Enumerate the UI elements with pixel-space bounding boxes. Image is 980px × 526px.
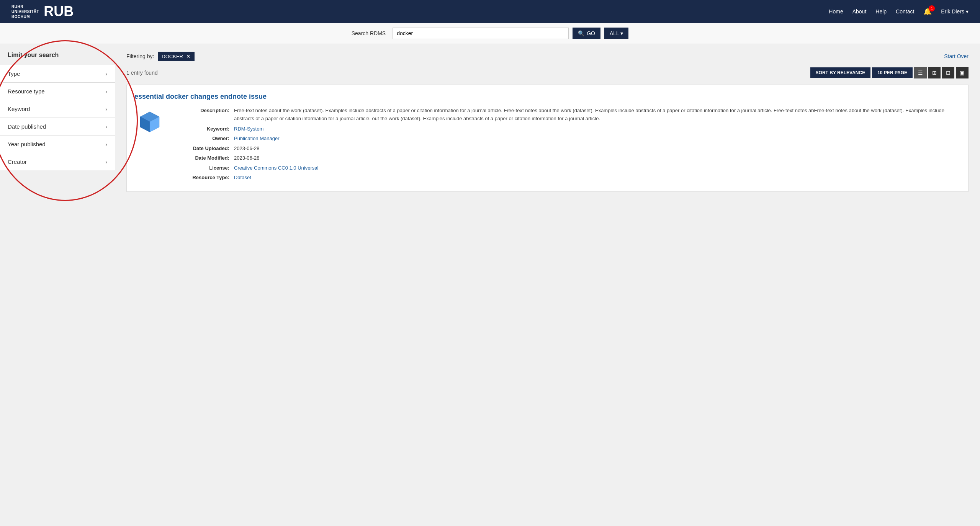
compact-view-icon: ▣	[960, 70, 965, 76]
search-bar-area: Search RDMS 🔍 GO ALL ▾	[0, 23, 980, 44]
filter-by-label: Filtering by:	[126, 53, 154, 59]
entry-count: 1 entry found	[126, 70, 158, 76]
notifications-bell[interactable]: 🔔 1	[923, 7, 932, 16]
license-value: Creative Commons CC0 1.0 Universal	[234, 164, 960, 172]
sidebar-item-keyword-label: Keyword	[8, 106, 30, 112]
sidebar-item-year-published[interactable]: Year published ›	[0, 135, 115, 153]
top-nav: Home About Help Contact 🔔 1 Erik Diers ▾	[829, 7, 969, 16]
filter-tag: DOCKER ✕	[158, 52, 195, 61]
meta-row-owner: Owner: Publication Manager	[173, 135, 960, 142]
date-modified-label: Date Modified:	[173, 154, 234, 162]
start-over-link[interactable]: Start Over	[944, 53, 969, 59]
meta-row-resource-type: Resource Type: Dataset	[173, 174, 960, 181]
list-view-icon: ☰	[918, 70, 923, 76]
search-label: Search RDMS	[352, 30, 386, 36]
search-icon: 🔍	[578, 30, 584, 36]
result-title-link[interactable]: essential docker changes endnote issue	[134, 93, 960, 101]
license-link[interactable]: Creative Commons CC0 1.0 Universal	[234, 165, 318, 171]
sidebar-item-year-published-label: Year published	[8, 141, 46, 147]
date-modified-value: 2023-06-28	[234, 154, 960, 162]
results-toolbar: 1 entry found SORT BY RELEVANCE 10 PER P…	[126, 67, 969, 78]
sidebar-item-keyword[interactable]: Keyword ›	[0, 100, 115, 118]
all-dropdown-button[interactable]: ALL ▾	[604, 28, 628, 39]
keyword-link[interactable]: RDM-System	[234, 126, 263, 132]
grid-view-button[interactable]: ⊞	[928, 67, 941, 78]
per-page-button[interactable]: 10 PER PAGE	[872, 67, 913, 78]
date-uploaded-label: Date Uploaded:	[173, 145, 234, 152]
sidebar-item-type-label: Type	[8, 70, 20, 77]
result-body: Description: Free-text notes about the w…	[134, 107, 960, 184]
meta-row-description: Description: Free-text notes about the w…	[173, 107, 960, 123]
go-button[interactable]: 🔍 GO	[573, 28, 600, 39]
masonry-view-button[interactable]: ⊟	[942, 67, 954, 78]
filter-remove-button[interactable]: ✕	[186, 53, 191, 59]
university-name: RUHR UNIVERSITÄT BOCHUM	[11, 4, 39, 19]
list-view-button[interactable]: ☰	[914, 67, 927, 78]
sidebar: Limit your search Type › Resource type ›…	[0, 44, 115, 526]
resource-type-value: Dataset	[234, 174, 960, 181]
sidebar-item-resource-type-label: Resource type	[8, 88, 45, 95]
toolbar-right: SORT BY RELEVANCE 10 PER PAGE ☰ ⊞ ⊟ ▣	[810, 67, 969, 78]
keyword-value: RDM-System	[234, 125, 960, 133]
resource-type-link[interactable]: Dataset	[234, 175, 251, 180]
sidebar-item-creator[interactable]: Creator ›	[0, 153, 115, 170]
user-dropdown-icon: ▾	[966, 8, 969, 15]
nav-contact[interactable]: Contact	[896, 8, 914, 15]
owner-label: Owner:	[173, 135, 234, 142]
sidebar-title: Limit your search	[0, 52, 115, 65]
description-label: Description:	[173, 107, 234, 123]
result-meta: Description: Free-text notes about the w…	[173, 107, 960, 184]
notification-badge: 1	[929, 5, 935, 11]
rub-logo: RUB	[44, 5, 74, 18]
sidebar-item-date-published-label: Date published	[8, 123, 46, 130]
owner-value: Publication Manager	[234, 135, 960, 142]
filter-bar: Filtering by: DOCKER ✕ Start Over	[126, 52, 969, 61]
filter-tag-text: DOCKER	[162, 54, 183, 59]
chevron-right-icon: ›	[105, 141, 107, 147]
owner-link[interactable]: Publication Manager	[234, 136, 280, 141]
chevron-right-icon: ›	[105, 159, 107, 165]
resource-type-label: Resource Type:	[173, 174, 234, 181]
compact-view-button[interactable]: ▣	[956, 67, 969, 78]
keyword-label: Keyword:	[173, 125, 234, 133]
chevron-right-icon: ›	[105, 88, 107, 95]
grid-view-icon: ⊞	[932, 70, 937, 76]
chevron-right-icon: ›	[105, 124, 107, 130]
user-name: Erik Diers	[941, 8, 964, 15]
chevron-right-icon: ›	[105, 71, 107, 77]
sidebar-item-creator-label: Creator	[8, 158, 27, 165]
sidebar-item-date-published[interactable]: Date published ›	[0, 118, 115, 135]
header: RUHR UNIVERSITÄT BOCHUM RUB Home About H…	[0, 0, 980, 23]
cube-svg-icon	[136, 110, 163, 137]
sidebar-item-type[interactable]: Type ›	[0, 65, 115, 82]
main-layout: Limit your search Type › Resource type ›…	[0, 44, 980, 526]
meta-row-keyword: Keyword: RDM-System	[173, 125, 960, 133]
result-item: essential docker changes endnote issue	[126, 85, 969, 192]
license-label: License:	[173, 164, 234, 172]
result-icon	[134, 107, 165, 184]
sidebar-item-resource-type[interactable]: Resource type ›	[0, 82, 115, 100]
meta-row-date-modified: Date Modified: 2023-06-28	[173, 154, 960, 162]
chevron-right-icon: ›	[105, 106, 107, 112]
date-uploaded-value: 2023-06-28	[234, 145, 960, 152]
nav-home[interactable]: Home	[829, 8, 843, 15]
nav-help[interactable]: Help	[875, 8, 887, 15]
filter-left: Filtering by: DOCKER ✕	[126, 52, 195, 61]
content-area: Filtering by: DOCKER ✕ Start Over 1 entr…	[115, 44, 980, 526]
description-value: Free-text notes about the work (dataset)…	[234, 107, 960, 123]
nav-about[interactable]: About	[852, 8, 867, 15]
user-menu[interactable]: Erik Diers ▾	[941, 8, 969, 15]
sort-button[interactable]: SORT BY RELEVANCE	[810, 67, 871, 78]
masonry-view-icon: ⊟	[946, 70, 951, 76]
meta-row-date-uploaded: Date Uploaded: 2023-06-28	[173, 145, 960, 152]
meta-row-license: License: Creative Commons CC0 1.0 Univer…	[173, 164, 960, 172]
search-input[interactable]	[393, 28, 569, 39]
logo-area: RUHR UNIVERSITÄT BOCHUM RUB	[11, 4, 74, 19]
